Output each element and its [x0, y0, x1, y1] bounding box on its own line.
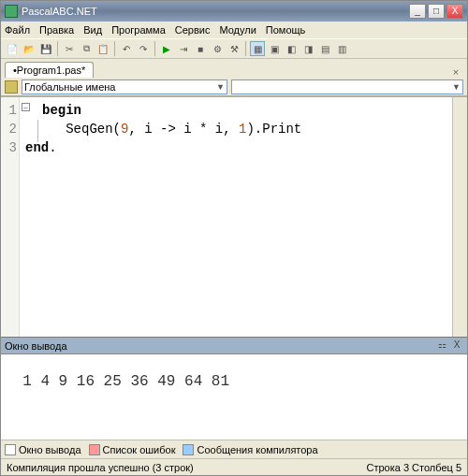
status-message: Компиляция прошла успешно (3 строк) [7, 462, 366, 473]
panel3-icon[interactable]: ▤ [317, 41, 332, 56]
output-tab-icon [5, 444, 16, 455]
menu-service[interactable]: Сервис [175, 24, 211, 36]
close-panel-icon[interactable]: X [450, 339, 463, 353]
panel4-icon[interactable]: ▥ [334, 41, 349, 56]
line-number: 1 [1, 101, 17, 120]
menu-modules[interactable]: Модули [219, 24, 256, 36]
compile-icon[interactable]: ⚙ [210, 41, 225, 56]
paste-icon[interactable]: 📋 [95, 41, 110, 56]
status-position: Строка 3 Столбец 5 [366, 462, 461, 473]
errors-tab-icon [89, 444, 100, 455]
titlebar: PascalABC.NET _ □ X [1, 1, 467, 22]
scope-dropdown[interactable]: Глобальные имена ▼ [22, 79, 227, 94]
line-number: 2 [1, 120, 17, 138]
tab-close-icon[interactable]: × [448, 66, 463, 78]
scope-label: Глобальные имена [24, 81, 116, 93]
scope-icon [5, 80, 18, 94]
tabstrip: •Program1.pas* × [1, 59, 467, 78]
run-icon[interactable]: ▶ [159, 41, 174, 56]
panel2-icon[interactable]: ◨ [300, 41, 315, 56]
step-icon[interactable]: ⇥ [176, 41, 191, 56]
pin-icon[interactable]: ⚏ [435, 339, 448, 353]
tab-messages[interactable]: Сообщения компилятора [183, 444, 317, 455]
cut-icon[interactable]: ✂ [62, 41, 77, 56]
menu-help[interactable]: Помощь [266, 24, 306, 36]
menu-program[interactable]: Программа [111, 24, 166, 36]
fold-toggle-icon[interactable]: − [22, 103, 30, 111]
maximize-button[interactable]: □ [428, 4, 445, 19]
bottom-tabs: Окно вывода Список ошибок Сообщения комп… [1, 440, 467, 458]
open-file-icon[interactable]: 📂 [22, 41, 37, 56]
save-icon[interactable]: 💾 [38, 41, 53, 56]
window-title: PascalABC.NET [22, 6, 409, 17]
code-editor[interactable]: 1 2 3 − begin SeqGen(9, i -> i * i, 1).P… [1, 96, 467, 337]
menubar: Файл Правка Вид Программа Сервис Модули … [1, 22, 467, 38]
build-icon[interactable]: ⚒ [227, 41, 241, 56]
chevron-down-icon: ▼ [216, 82, 225, 92]
window-icon[interactable]: ▦ [250, 41, 265, 56]
member-dropdown[interactable]: ▼ [231, 79, 463, 94]
toolbar-separator [154, 41, 155, 56]
tab-label: •Program1.pas* [13, 65, 85, 76]
output-panel-body[interactable]: 1 4 9 16 25 36 49 64 81 [1, 353, 467, 440]
code-area[interactable]: begin SeqGen(9, i -> i * i, 1).Printend. [20, 97, 452, 337]
new-file-icon[interactable]: 📄 [5, 41, 20, 56]
vertical-scrollbar[interactable] [452, 97, 467, 337]
menu-file[interactable]: Файл [5, 24, 30, 36]
toolbar-separator [245, 41, 246, 56]
undo-icon[interactable]: ↶ [119, 41, 134, 56]
keyword-end: end [25, 140, 49, 155]
stop-icon[interactable]: ■ [193, 41, 208, 56]
window-controls: _ □ X [409, 4, 463, 19]
file-tab[interactable]: •Program1.pas* [5, 62, 94, 78]
form-icon[interactable]: ▣ [267, 41, 282, 56]
code-text: , i -> i * i, [128, 122, 239, 137]
tab-label: Список ошибок [103, 444, 176, 455]
toolbar-separator [57, 41, 58, 56]
tab-output[interactable]: Окно вывода [5, 444, 81, 455]
messages-tab-icon [183, 444, 194, 455]
code-text: SeqGen( [42, 122, 121, 137]
app-icon [5, 5, 18, 18]
code-text: . [49, 140, 56, 155]
menu-edit[interactable]: Правка [39, 24, 74, 36]
redo-icon[interactable]: ↷ [136, 41, 151, 56]
tab-errors[interactable]: Список ошибок [89, 444, 176, 455]
toolbar: 📄 📂 💾 ✂ ⧉ 📋 ↶ ↷ ▶ ⇥ ■ ⚙ ⚒ ▦ ▣ ◧ ◨ ▤ ▥ [1, 38, 467, 59]
code-text: ).Print [246, 122, 301, 137]
close-button[interactable]: X [446, 4, 463, 19]
fold-line [37, 120, 38, 142]
tab-label: Сообщения компилятора [197, 444, 317, 455]
output-text: 1 4 9 16 25 36 49 64 81 [22, 373, 229, 390]
copy-icon[interactable]: ⧉ [79, 41, 94, 56]
output-panel-header: Окно вывода ⚏ X [1, 337, 467, 353]
menu-view[interactable]: Вид [83, 24, 102, 36]
keyword-begin: begin [42, 103, 81, 118]
line-gutter: 1 2 3 [1, 97, 20, 337]
panel1-icon[interactable]: ◧ [284, 41, 299, 56]
chevron-down-icon: ▼ [452, 82, 461, 92]
line-number: 3 [1, 138, 17, 157]
output-panel-title: Окно вывода [5, 340, 67, 352]
tab-label: Окно вывода [19, 444, 81, 455]
minimize-button[interactable]: _ [409, 4, 426, 19]
statusbar: Компиляция прошла успешно (3 строк) Стро… [1, 458, 467, 475]
toolbar-separator [114, 41, 115, 56]
scope-row: Глобальные имена ▼ ▼ [1, 78, 467, 96]
